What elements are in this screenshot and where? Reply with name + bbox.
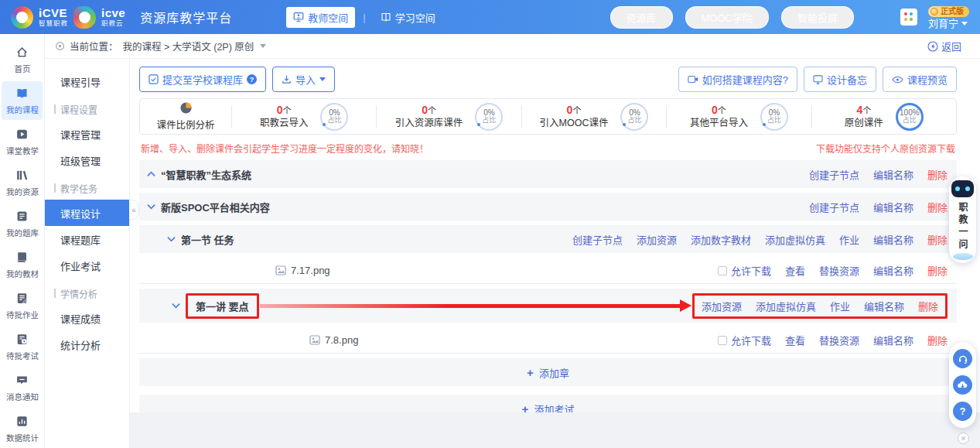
user-name[interactable]: 刘育宁	[928, 19, 968, 29]
back-button[interactable]: 返回	[927, 39, 961, 53]
learning-space-icon	[381, 12, 391, 22]
chevron-down-icon[interactable]	[260, 44, 266, 48]
quick-link-smart-screen[interactable]: 智能投屏	[781, 6, 854, 29]
submenu-item-course-guide[interactable]: 课程引导	[45, 68, 129, 94]
sidebar-item-data-statistics[interactable]: 数据统计	[2, 409, 43, 448]
caret-down-icon[interactable]	[172, 303, 180, 309]
action-delete[interactable]: 删除	[918, 299, 938, 313]
action-edit-name[interactable]: 编辑名称	[873, 232, 913, 247]
sidebar-item-pending-exams[interactable]: 待批考试	[2, 327, 43, 366]
cloud-download-button[interactable]	[953, 375, 972, 395]
tree-node-row-section-1-task: 第一节 任务创建子节点添加资源添加数字教材添加虚拟仿真作业编辑名称删除	[139, 225, 957, 253]
submenu-item-course-management[interactable]: 课程管理	[45, 121, 129, 147]
node-label[interactable]: 第一节 任务	[181, 232, 234, 247]
file-label[interactable]: 7.17.png	[291, 265, 330, 276]
submenu-item-course-grades[interactable]: 课程成绩	[45, 305, 129, 331]
submenu-item-course-design[interactable]: 课程设计	[45, 200, 129, 226]
stat-gauge: 0% 占比	[620, 103, 648, 131]
caret-down-icon[interactable]	[167, 236, 176, 242]
action-add-digital-textbook[interactable]: 添加数字教材	[691, 232, 751, 247]
sidebar-item-classroom-teaching[interactable]: 课堂教学	[2, 122, 43, 161]
action-edit-name[interactable]: 编辑名称	[873, 167, 913, 182]
allow-download-checkbox[interactable]: 允许下载	[718, 333, 771, 347]
node-label[interactable]: “智慧职教”生态系统	[161, 167, 251, 182]
quick-link-resource-library[interactable]: 资源库	[610, 6, 673, 29]
brand2-subtitle: 职教云	[101, 20, 125, 27]
node-label[interactable]: 新版SPOC平台相关内容	[161, 200, 270, 214]
row-actions: 创建子节点编辑名称删除	[809, 167, 948, 182]
action-delete[interactable]: 删除	[927, 200, 948, 214]
brand1-subtitle: 智慧职教	[39, 20, 68, 27]
file-label[interactable]: 7.8.png	[325, 334, 358, 346]
action-delete[interactable]: 删除	[927, 232, 948, 247]
action-replace-resource[interactable]: 替换资源	[819, 333, 859, 347]
action-edit-name[interactable]: 编辑名称	[864, 299, 904, 313]
teacher-space-icon	[293, 12, 304, 22]
top-nav: 教师空间|学习空间	[286, 7, 442, 28]
caret-down-icon[interactable]	[147, 203, 155, 210]
node-label[interactable]: 第一讲 要点	[196, 299, 249, 313]
sidebar-collapse-handle[interactable]: «	[129, 200, 139, 220]
sidebar-item-my-question-bank[interactable]: 我的题库	[2, 204, 43, 243]
brand1-title: iCVE	[39, 7, 68, 19]
action-add-resource[interactable]: 添加资源	[637, 232, 677, 247]
action-delete[interactable]: 删除	[927, 333, 948, 347]
action-add-virtual-simulation[interactable]: 添加虚拟仿真	[765, 232, 825, 247]
nav-teacher-space[interactable]: 教师空间	[286, 7, 355, 28]
how-to-build-button[interactable]: 如何搭建课程内容?	[678, 67, 797, 92]
action-homework[interactable]: 作业	[830, 299, 850, 313]
sidebar-item-pending-homework[interactable]: 待批作业	[2, 286, 43, 325]
stat-gauge: 0% 占比	[320, 103, 348, 131]
action-edit-name[interactable]: 编辑名称	[873, 263, 913, 278]
quick-link-mooc-academy[interactable]: MOOC学院	[685, 6, 769, 29]
action-replace-resource[interactable]: 替换资源	[819, 263, 859, 278]
help-button[interactable]: ?	[953, 402, 972, 421]
add-chapter-button[interactable]: +添加章	[139, 358, 957, 386]
allow-download-checkbox[interactable]: 允许下载	[718, 263, 771, 278]
main-content: 提交至学校课程库 ? 导入 如何搭建课程内容?	[130, 59, 980, 448]
action-create-child-node[interactable]: 创建子节点	[809, 200, 859, 214]
caret-up-icon[interactable]	[147, 171, 155, 177]
import-button[interactable]: 导入	[272, 67, 335, 92]
sidebar-item-my-resources[interactable]: 我的资源	[2, 163, 43, 202]
annotation-box-label: 第一讲 要点	[186, 293, 259, 319]
submenu-item-homework-exam[interactable]: 作业考试	[45, 252, 129, 279]
submenu-section-learning-analysis: 学情分析	[45, 282, 129, 305]
breadcrumb-path[interactable]: 我的课程 > 大学语文 (2P) 原创	[123, 39, 254, 53]
action-delete[interactable]: 删除	[927, 263, 948, 278]
action-view[interactable]: 查看	[785, 333, 805, 347]
user-block[interactable]: 正式版 刘育宁	[928, 6, 969, 29]
cloud-download-icon	[957, 379, 968, 391]
help-circle-icon: ?	[247, 74, 257, 84]
action-create-child-node[interactable]: 创建子节点	[809, 167, 859, 182]
submenu-item-class-management[interactable]: 班级管理	[45, 147, 129, 173]
close-floating-button[interactable]: ✕	[958, 433, 969, 444]
action-view[interactable]: 查看	[785, 263, 805, 278]
submenu-item-course-question-bank[interactable]: 课程题库	[45, 226, 129, 252]
assistant-widget[interactable]: 职教一问	[949, 176, 976, 263]
action-edit-name[interactable]: 编辑名称	[873, 333, 913, 347]
sidebar-item-notifications[interactable]: 消息通知	[2, 368, 43, 407]
brand2-title: icve	[101, 7, 125, 19]
submenu-item-statistics-analysis[interactable]: 统计分析	[45, 331, 129, 357]
course-preview-button[interactable]: 课程预览	[883, 67, 957, 92]
sidebar-item-my-textbooks[interactable]: 我的教材	[2, 245, 43, 284]
action-add-virtual-simulation[interactable]: 添加虚拟仿真	[756, 299, 816, 313]
top-right-area: 资源库MOOC学院智能投屏 正式版 刘育宁	[610, 6, 969, 29]
action-homework[interactable]: 作业	[839, 232, 859, 247]
stat-gauge: 0% 占比	[760, 103, 788, 131]
submit-to-school-button[interactable]: 提交至学校课程库 ?	[139, 67, 266, 92]
tree-file-row-file-7-17: 7.17.png 允许下载查看替换资源编辑名称删除	[139, 258, 957, 284]
action-edit-name[interactable]: 编辑名称	[873, 200, 913, 214]
sidebar-item-home[interactable]: 首页	[2, 40, 43, 79]
qr-app-icon[interactable]	[900, 9, 917, 26]
action-add-resource[interactable]: 添加资源	[702, 299, 742, 313]
design-memo-button[interactable]: 设计备忘	[804, 67, 876, 92]
nav-learning-space[interactable]: 学习空间	[374, 7, 442, 28]
action-delete[interactable]: 删除	[927, 167, 948, 182]
action-create-child-node[interactable]: 创建子节点	[572, 232, 623, 247]
breadcrumb: 当前位置： 我的课程 > 大学语文 (2P) 原创 返回	[45, 34, 980, 59]
zjy-brand-text: icve 职教云	[101, 7, 125, 27]
sidebar-item-my-courses[interactable]: 我的课程	[2, 81, 43, 120]
customer-service-button[interactable]	[953, 349, 972, 368]
